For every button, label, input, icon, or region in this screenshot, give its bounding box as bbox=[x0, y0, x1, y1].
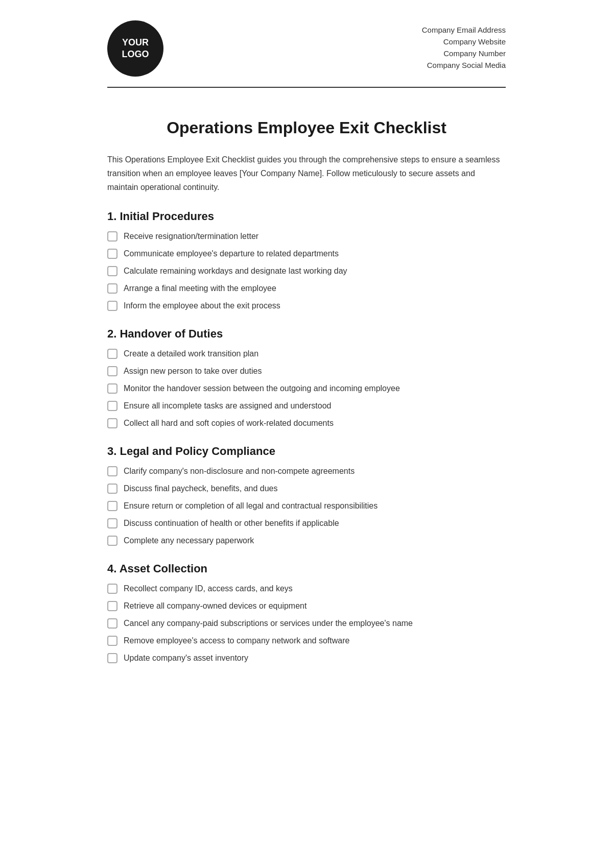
list-item-text: Collect all hard and soft copies of work… bbox=[124, 417, 334, 429]
checkbox-icon[interactable] bbox=[107, 584, 117, 594]
list-item-text: Ensure return or completion of all legal… bbox=[124, 500, 378, 512]
list-item: Clarify company's non-disclosure and non… bbox=[107, 465, 506, 477]
checkbox-icon[interactable] bbox=[107, 401, 117, 411]
list-item-text: Complete any necessary paperwork bbox=[124, 535, 254, 547]
checkbox-icon[interactable] bbox=[107, 301, 117, 311]
checklist-1: Receive resignation/termination letterCo… bbox=[107, 230, 506, 312]
checkbox-icon[interactable] bbox=[107, 349, 117, 359]
checkbox-icon[interactable] bbox=[107, 231, 117, 242]
list-item: Monitor the handover session between the… bbox=[107, 382, 506, 395]
list-item: Ensure all incomplete tasks are assigned… bbox=[107, 400, 506, 412]
section-title-2: 2. Handover of Duties bbox=[107, 327, 506, 341]
section-title-4: 4. Asset Collection bbox=[107, 562, 506, 575]
list-item: Create a detailed work transition plan bbox=[107, 348, 506, 360]
list-item-text: Calculate remaining workdays and designa… bbox=[124, 265, 347, 277]
list-item-text: Create a detailed work transition plan bbox=[124, 348, 258, 360]
checkbox-icon[interactable] bbox=[107, 266, 117, 276]
section-1: 1. Initial ProceduresReceive resignation… bbox=[107, 210, 506, 312]
list-item: Remove employee's access to company netw… bbox=[107, 635, 506, 647]
list-item: Inform the employee about the exit proce… bbox=[107, 300, 506, 312]
checkbox-icon[interactable] bbox=[107, 466, 117, 476]
list-item-text: Retrieve all company-owned devices or eq… bbox=[124, 600, 306, 612]
checkbox-icon[interactable] bbox=[107, 484, 117, 494]
checkbox-icon[interactable] bbox=[107, 249, 117, 259]
list-item: Discuss continuation of health or other … bbox=[107, 517, 506, 529]
section-2: 2. Handover of DutiesCreate a detailed w… bbox=[107, 327, 506, 429]
checklist-sections: 1. Initial ProceduresReceive resignation… bbox=[107, 210, 506, 664]
list-item-text: Remove employee's access to company netw… bbox=[124, 635, 349, 647]
checkbox-icon[interactable] bbox=[107, 283, 117, 294]
checkbox-icon[interactable] bbox=[107, 518, 117, 528]
list-item: Complete any necessary paperwork bbox=[107, 535, 506, 547]
list-item-text: Communicate employee's departure to rela… bbox=[124, 248, 339, 260]
checklist-3: Clarify company's non-disclosure and non… bbox=[107, 465, 506, 547]
list-item: Retrieve all company-owned devices or eq… bbox=[107, 600, 506, 612]
company-number-label: Company Number bbox=[422, 49, 506, 58]
checklist-2: Create a detailed work transition planAs… bbox=[107, 348, 506, 429]
list-item: Cancel any company-paid subscriptions or… bbox=[107, 617, 506, 630]
checkbox-icon[interactable] bbox=[107, 418, 117, 428]
checkbox-icon[interactable] bbox=[107, 653, 117, 663]
company-logo: YOUR LOGO bbox=[107, 20, 163, 77]
title-section: Operations Employee Exit Checklist bbox=[107, 118, 506, 137]
checkbox-icon[interactable] bbox=[107, 366, 117, 376]
checklist-4: Recollect company ID, access cards, and … bbox=[107, 583, 506, 664]
list-item: Receive resignation/termination letter bbox=[107, 230, 506, 243]
list-item: Arrange a final meeting with the employe… bbox=[107, 282, 506, 295]
list-item-text: Discuss final paycheck, benefits, and du… bbox=[124, 483, 278, 495]
list-item: Update company's asset inventory bbox=[107, 652, 506, 664]
list-item-text: Ensure all incomplete tasks are assigned… bbox=[124, 400, 331, 412]
company-info-block: Company Email Address Company Website Co… bbox=[422, 20, 506, 69]
list-item: Ensure return or completion of all legal… bbox=[107, 500, 506, 512]
section-title-1: 1. Initial Procedures bbox=[107, 210, 506, 223]
list-item: Assign new person to take over duties bbox=[107, 365, 506, 377]
company-website-label: Company Website bbox=[422, 37, 506, 46]
list-item-text: Recollect company ID, access cards, and … bbox=[124, 583, 293, 595]
list-item-text: Clarify company's non-disclosure and non… bbox=[124, 465, 355, 477]
list-item: Recollect company ID, access cards, and … bbox=[107, 583, 506, 595]
list-item-text: Update company's asset inventory bbox=[124, 652, 248, 664]
company-social-label: Company Social Media bbox=[422, 61, 506, 69]
list-item: Discuss final paycheck, benefits, and du… bbox=[107, 483, 506, 495]
logo-line1: YOUR bbox=[122, 37, 149, 49]
section-3: 3. Legal and Policy ComplianceClarify co… bbox=[107, 445, 506, 547]
list-item: Collect all hard and soft copies of work… bbox=[107, 417, 506, 429]
checkbox-icon[interactable] bbox=[107, 536, 117, 546]
list-item-text: Assign new person to take over duties bbox=[124, 365, 262, 377]
list-item-text: Monitor the handover session between the… bbox=[124, 382, 400, 395]
list-item-text: Receive resignation/termination letter bbox=[124, 230, 258, 243]
list-item-text: Arrange a final meeting with the employe… bbox=[124, 282, 276, 295]
company-email-label: Company Email Address bbox=[422, 26, 506, 34]
logo-line2: LOGO bbox=[122, 49, 149, 60]
checkbox-icon[interactable] bbox=[107, 501, 117, 511]
page-title: Operations Employee Exit Checklist bbox=[107, 118, 506, 137]
list-item: Communicate employee's departure to rela… bbox=[107, 248, 506, 260]
checkbox-icon[interactable] bbox=[107, 601, 117, 611]
list-item-text: Cancel any company-paid subscriptions or… bbox=[124, 617, 413, 630]
list-item-text: Discuss continuation of health or other … bbox=[124, 517, 339, 529]
checkbox-icon[interactable] bbox=[107, 618, 117, 629]
page-description: This Operations Employee Exit Checklist … bbox=[107, 153, 506, 195]
page-header: YOUR LOGO Company Email Address Company … bbox=[107, 20, 506, 88]
section-title-3: 3. Legal and Policy Compliance bbox=[107, 445, 506, 458]
checkbox-icon[interactable] bbox=[107, 383, 117, 394]
section-4: 4. Asset CollectionRecollect company ID,… bbox=[107, 562, 506, 664]
list-item: Calculate remaining workdays and designa… bbox=[107, 265, 506, 277]
list-item-text: Inform the employee about the exit proce… bbox=[124, 300, 280, 312]
checkbox-icon[interactable] bbox=[107, 636, 117, 646]
